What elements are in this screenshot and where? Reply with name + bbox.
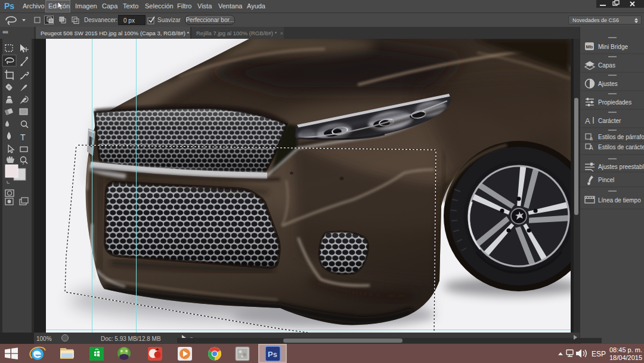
svg-text:18/04/2015: 18/04/2015 — [609, 354, 642, 361]
svg-text:08:45 p. m.: 08:45 p. m. — [609, 346, 642, 353]
svg-text:A: A — [589, 144, 593, 151]
svg-text:a: a — [590, 136, 593, 141]
svg-text:Ps: Ps — [268, 350, 277, 359]
svg-text:ESP: ESP — [592, 350, 606, 358]
svg-text:Mb: Mb — [586, 44, 593, 50]
svg-text:T: T — [20, 133, 26, 142]
svg-text:A: A — [585, 116, 590, 125]
